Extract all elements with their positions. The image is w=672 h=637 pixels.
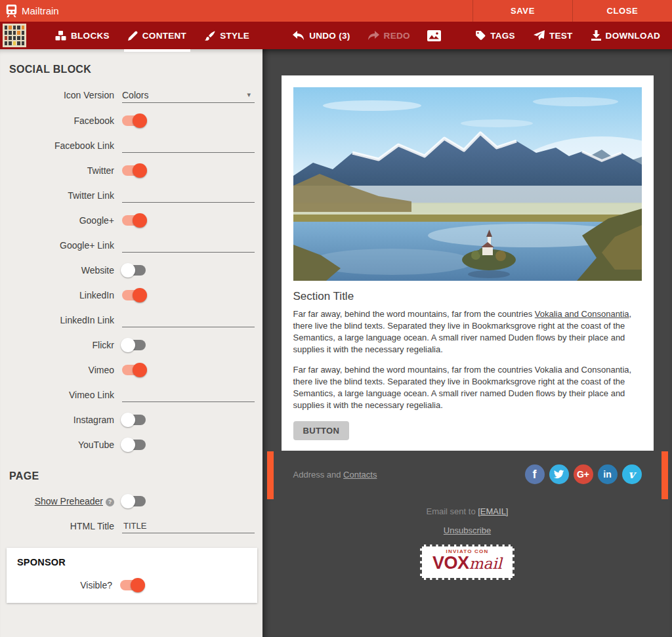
icon-version-row: Icon Version Colors ▾ [9,87,255,103]
test-button[interactable]: TEST [534,30,573,41]
paragraph-1[interactable]: Far far away, behind the word mountains,… [293,308,642,356]
flickr-row: Flickr [9,338,255,352]
save-button[interactable]: SAVE [472,0,572,22]
show-preheader-row: Show Preheader? [9,494,255,508]
youtube-toggle[interactable] [122,440,146,450]
googleplus-toggle[interactable] [122,215,146,226]
mosaic-tile [22,31,24,35]
linkedin-icon[interactable]: in [598,464,618,484]
vimeo-icon[interactable]: v [622,464,642,484]
website-row: Website [9,263,255,277]
voxmail-sponsor-stamp[interactable]: INVIATO CON VOXmail [420,545,514,580]
app-brand: Mailtrain [0,0,472,22]
redo-label: REDO [384,31,410,41]
tags-label: TAGS [490,31,515,41]
topbar-actions: SAVE CLOSE [472,0,672,22]
contacts-link[interactable]: Contacts [343,470,377,480]
unsubscribe-link[interactable]: Unsubscribe [444,525,491,535]
section-title[interactable]: Section Title [293,290,642,303]
test-label: TEST [549,31,573,41]
googleplus-icon[interactable]: G+ [574,464,593,484]
facebook-link-input[interactable] [122,138,255,153]
instagram-row: Instagram [9,413,255,427]
mosaic-tile [22,41,24,45]
toolbar-middle-group: UNDO (3) REDO [293,30,441,41]
mosaic-tile [5,26,7,30]
icon-version-select[interactable]: Colors ▾ [122,87,255,103]
social-footer-block[interactable]: Address and Contacts f G+ in v [282,459,654,499]
website-label: Website [9,265,114,276]
toggle-knob [121,338,135,352]
twitter-toggle[interactable] [122,165,146,176]
html-title-input[interactable] [122,519,255,533]
tag-icon [475,30,486,41]
paper-plane-icon [534,30,545,41]
topbar: Mailtrain SAVE CLOSE [0,0,672,22]
tab-style-label: STYLE [220,31,249,41]
question-circle-icon[interactable]: ? [106,498,114,506]
insert-image-button[interactable] [427,30,441,41]
twitter-bird-icon [553,470,564,480]
sponsor-title: SPONSOR [17,557,247,567]
facebook-toggle[interactable] [122,115,146,126]
mosaic-tile [9,31,11,35]
close-button[interactable]: CLOSE [572,0,672,22]
toggle-knob [133,363,147,377]
social-icons-row: f G+ in v [525,464,642,484]
toggle-knob [133,213,147,228]
download-label: DOWNLOAD [606,31,660,41]
sponsor-visible-toggle[interactable] [120,580,144,590]
vokalia-link[interactable]: Vokalia and Consonantia [535,309,629,319]
preview-button[interactable]: BUTTON [293,421,350,440]
toggle-knob [121,263,135,277]
vimeo-link-input[interactable] [122,388,255,402]
vimeo-row: Vimeo [9,363,255,377]
email-token-link[interactable]: [EMAIL] [478,506,508,516]
facebook-label: Facebook [9,115,114,126]
mosaic-tile [17,26,20,30]
mosaic-grid-logo[interactable] [3,24,26,47]
undo-button[interactable]: UNDO (3) [293,31,350,41]
toolbar-right-group: TAGS TEST DOWNLOAD [475,30,672,41]
mosaic-tile [13,26,16,30]
toggle-knob [133,288,147,302]
linkedin-row: LinkedIn [9,288,255,302]
flickr-label: Flickr [9,340,114,350]
vimeo-label: Vimeo [9,365,114,375]
googleplus-label: Google+ [9,215,114,226]
redo-arrow-icon [368,31,379,41]
html-title-label: HTML Title [9,521,114,531]
sponsor-visible-label: Visible? [17,580,112,590]
sponsor-visible-row: Visible? [17,578,247,592]
redo-button[interactable]: REDO [368,31,410,41]
pencil-icon [128,31,138,41]
tags-button[interactable]: TAGS [475,30,515,41]
show-preheader-toggle[interactable] [122,496,146,506]
twitter-label: Twitter [9,165,114,176]
tab-content[interactable]: CONTENT [128,31,186,41]
tab-blocks[interactable]: BLOCKS [55,31,110,41]
vimeo-toggle[interactable] [122,365,146,375]
mosaic-tile [17,31,20,35]
twitter-link-input[interactable] [122,188,255,203]
download-button[interactable]: DOWNLOAD [591,30,660,41]
hero-image[interactable] [293,87,642,281]
facebook-icon[interactable]: f [525,464,545,484]
flickr-toggle[interactable] [122,340,146,350]
mosaic-tile [22,36,24,40]
twitter-icon[interactable] [549,464,569,484]
linkedin-link-input[interactable] [122,313,255,327]
vimeo-link-label: Vimeo Link [9,390,114,400]
paragraph-2[interactable]: Far far away, behind the word mountains,… [293,364,642,411]
email-canvas[interactable]: Section Title Far far away, behind the w… [282,75,654,451]
website-toggle[interactable] [122,265,146,276]
instagram-toggle[interactable] [122,415,146,425]
address-line: Address and Contacts [293,464,377,480]
linkedin-label: LinkedIn [9,290,114,300]
tab-content-label: CONTENT [142,31,186,41]
tab-blocks-label: BLOCKS [71,31,110,41]
tab-style[interactable]: STYLE [205,31,249,41]
linkedin-toggle[interactable] [122,290,146,300]
googleplus-link-input[interactable] [122,238,255,253]
undo-arrow-icon [293,31,304,41]
